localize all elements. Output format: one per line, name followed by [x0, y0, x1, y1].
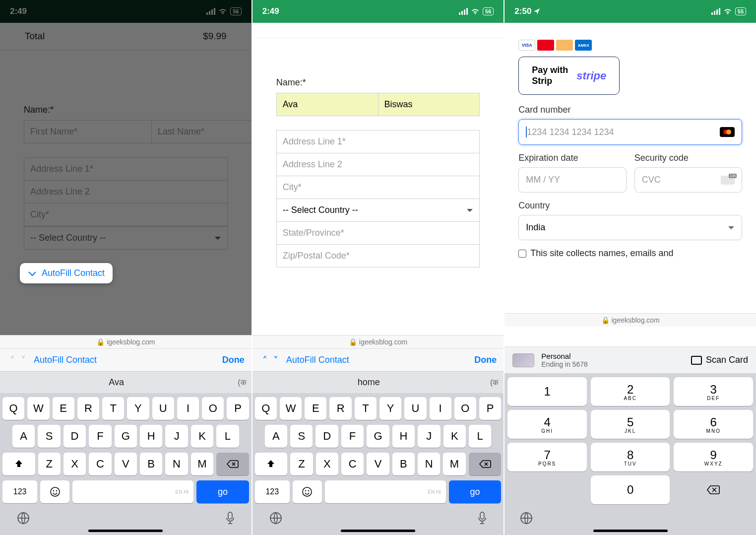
suggestion-home[interactable]: home — [252, 377, 485, 388]
key-x[interactable]: X — [63, 453, 86, 475]
key-e[interactable]: E — [305, 397, 326, 420]
key-u[interactable]: U — [404, 397, 426, 420]
key-f[interactable]: F — [89, 425, 111, 448]
key-w[interactable]: W — [27, 397, 49, 420]
prev-field-button[interactable]: ˄ — [7, 354, 18, 366]
next-field-button[interactable]: ˅ — [18, 354, 29, 366]
shift-key[interactable] — [255, 453, 288, 475]
key-o[interactable]: O — [454, 397, 476, 420]
saved-card-button[interactable]: Personal Ending in 5678 — [541, 352, 587, 368]
autofill-contact-button[interactable]: AutoFill Contact — [286, 355, 349, 365]
numpad-7[interactable]: 7PQRS — [507, 443, 587, 471]
autofill-popover[interactable]: AutoFill Contact — [20, 263, 113, 283]
country-select[interactable]: -- Select Country -- — [276, 199, 480, 222]
dictate-key[interactable] — [225, 511, 235, 525]
key-g[interactable]: G — [115, 425, 137, 448]
numpad-5[interactable]: 5JKL — [591, 410, 670, 439]
emoji-key[interactable] — [293, 480, 322, 503]
key-n[interactable]: N — [418, 453, 440, 475]
numpad-1[interactable]: 1 — [507, 377, 587, 406]
go-key[interactable]: go — [449, 480, 501, 503]
key-z[interactable]: Z — [290, 453, 313, 475]
key-v[interactable]: V — [115, 453, 137, 475]
address1-input[interactable] — [276, 130, 480, 153]
globe-key[interactable] — [519, 511, 533, 525]
emoji-key[interactable] — [40, 480, 69, 503]
pay-with-stripe-button[interactable]: Pay with Strip stripe — [518, 57, 620, 95]
key-s[interactable]: S — [290, 425, 313, 448]
globe-key[interactable] — [269, 511, 283, 525]
key-u[interactable]: U — [152, 397, 174, 420]
key-h[interactable]: H — [392, 425, 415, 448]
dictate-key[interactable] — [477, 511, 487, 525]
done-button[interactable]: Done — [222, 355, 245, 365]
key-y[interactable]: Y — [127, 397, 149, 420]
home-indicator[interactable] — [341, 530, 415, 532]
country-select[interactable]: India — [518, 215, 742, 240]
backspace-key[interactable] — [469, 453, 502, 475]
key-p[interactable]: P — [479, 397, 501, 420]
key-r[interactable]: R — [329, 397, 351, 420]
prev-field-button[interactable]: ˄ — [259, 354, 270, 366]
key-o[interactable]: O — [202, 397, 224, 420]
space-key[interactable]: EN HI — [325, 480, 446, 503]
numpad-3[interactable]: 3DEF — [674, 377, 753, 406]
numpad-0[interactable]: 0 — [591, 475, 670, 504]
key-e[interactable]: E — [53, 397, 74, 420]
numpad-6[interactable]: 6MNO — [674, 410, 753, 439]
address2-input[interactable] — [276, 153, 480, 176]
key-i[interactable]: I — [430, 397, 451, 420]
expiration-input[interactable]: MM / YY — [518, 167, 626, 193]
cvc-input[interactable]: CVC 135 — [634, 167, 742, 193]
consent-checkbox[interactable]: This site collects names, emails and — [518, 248, 742, 259]
key-j[interactable]: J — [418, 425, 440, 448]
key-p[interactable]: P — [227, 397, 249, 420]
key-t[interactable]: T — [355, 397, 377, 420]
key-a[interactable]: A — [265, 425, 287, 448]
key-t[interactable]: T — [102, 397, 124, 420]
backspace-key[interactable] — [216, 453, 249, 475]
key-q[interactable]: Q — [255, 397, 277, 420]
key-l[interactable]: L — [469, 425, 491, 448]
home-indicator[interactable] — [593, 530, 668, 532]
key-b[interactable]: B — [392, 453, 415, 475]
numpad-9[interactable]: 9WXYZ — [674, 443, 753, 471]
numpad-backspace[interactable] — [674, 475, 753, 504]
suggestion-ava[interactable]: Ava — [0, 377, 233, 388]
key-i[interactable]: I — [177, 397, 199, 420]
key-j[interactable]: J — [165, 425, 188, 448]
zip-input[interactable] — [276, 245, 480, 268]
key-c[interactable]: C — [89, 453, 111, 475]
home-indicator[interactable] — [88, 530, 163, 532]
key-y[interactable]: Y — [379, 397, 401, 420]
numbers-key[interactable]: 123 — [2, 480, 37, 503]
key-a[interactable]: A — [12, 425, 35, 448]
key-w[interactable]: W — [280, 397, 302, 420]
key-n[interactable]: N — [165, 453, 188, 475]
key-k[interactable]: K — [443, 425, 466, 448]
key-s[interactable]: S — [38, 425, 60, 448]
space-key[interactable]: EN HI — [72, 480, 193, 503]
go-key[interactable]: go — [196, 480, 249, 503]
key-c[interactable]: C — [341, 453, 364, 475]
key-v[interactable]: V — [367, 453, 389, 475]
city-input[interactable] — [276, 176, 480, 199]
key-q[interactable]: Q — [2, 397, 24, 420]
key-l[interactable]: L — [216, 425, 239, 448]
first-name-input[interactable]: Ava — [276, 93, 378, 116]
numpad-4[interactable]: 4GHI — [507, 410, 587, 439]
key-x[interactable]: X — [316, 453, 338, 475]
keyboard-lang[interactable]: (क — [485, 378, 504, 387]
key-k[interactable]: K — [191, 425, 213, 448]
key-m[interactable]: M — [443, 453, 465, 475]
key-b[interactable]: B — [140, 453, 162, 475]
card-number-input[interactable]: 1234 1234 1234 1234 — [518, 119, 742, 145]
numpad-8[interactable]: 8TUV — [591, 443, 670, 471]
last-name-input[interactable]: Biswas — [378, 93, 480, 116]
shift-key[interactable] — [2, 453, 35, 475]
keyboard-lang[interactable]: (क — [233, 378, 251, 387]
autofill-contact-button[interactable]: AutoFill Contact — [34, 355, 97, 365]
numpad-2[interactable]: 2ABC — [591, 377, 670, 406]
key-d[interactable]: D — [315, 425, 338, 448]
key-z[interactable]: Z — [38, 453, 61, 475]
